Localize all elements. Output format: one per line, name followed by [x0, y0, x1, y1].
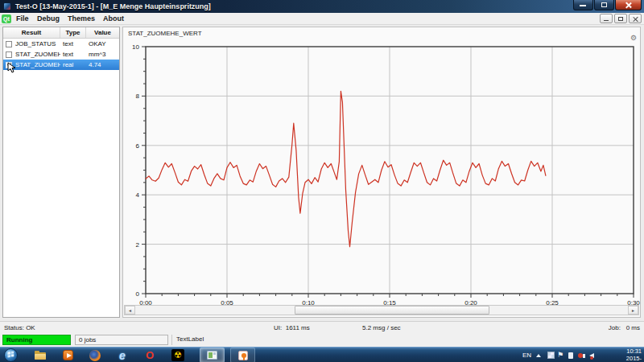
- mdi-minimize-button[interactable]: [600, 14, 613, 23]
- window-titlebar[interactable]: Test-O [13-May-2015-1] - [M_E Menge Haup…: [0, 0, 644, 13]
- chart-canvas[interactable]: 0:000:050:100:150:200:250:300246810: [123, 39, 640, 306]
- minimize-icon: [580, 5, 586, 6]
- taskbar-opera-button[interactable]: O: [138, 348, 161, 362]
- volume-icon[interactable]: [589, 353, 594, 358]
- scroll-left-icon[interactable]: ◄: [125, 306, 135, 315]
- taskbar: e O ☢ EN ⚑ 10:31 2015-06-05: [0, 347, 644, 362]
- cell-result: STAT_ZUOMEH...: [15, 49, 60, 60]
- ui-latency: UI: 1611 ms: [274, 324, 310, 331]
- jobs-counter: 0 jobs: [75, 335, 168, 345]
- column-header-value[interactable]: Value: [86, 27, 119, 38]
- taskbar-app-button[interactable]: [230, 348, 255, 362]
- text-label: TextLabel: [176, 335, 204, 343]
- table-row-selected[interactable]: STAT_ZUOMEH... real 4.74: [3, 60, 119, 70]
- chart-panel: STAT_ZUOMEHE_WERT ⚙ 0:000:050:100:150:20…: [122, 27, 641, 318]
- svg-text:10: 10: [132, 43, 139, 51]
- menubar: Qt File Debug Themes About: [0, 13, 644, 25]
- action-center-flag-icon[interactable]: ⚑: [557, 348, 564, 362]
- message-rate: 5.2 msg / sec: [362, 324, 401, 331]
- show-hidden-icons-icon[interactable]: [536, 354, 541, 357]
- windows-grid-tray-icon[interactable]: [548, 352, 554, 358]
- taskbar-explorer-button[interactable]: [29, 348, 52, 362]
- table-row[interactable]: STAT_ZUOMEH... text mm^3: [3, 49, 119, 60]
- windows-flag-icon: [5, 349, 17, 361]
- column-header-type[interactable]: Type: [60, 27, 86, 38]
- cell-result: STAT_ZUOMEH...: [15, 60, 60, 70]
- job-latency: Job: 0 ms: [609, 324, 640, 331]
- menu-themes[interactable]: Themes: [68, 13, 95, 25]
- svg-text:2: 2: [136, 241, 140, 249]
- mdi-restore-button[interactable]: [614, 14, 627, 23]
- menu-debug[interactable]: Debug: [37, 13, 60, 25]
- cell-result: JOB_STATUS: [15, 39, 60, 49]
- clock-date: 2015-06-05: [626, 356, 642, 362]
- start-button[interactable]: [4, 348, 18, 362]
- column-header-result[interactable]: Result: [3, 27, 60, 38]
- ui-value: 1611 ms: [286, 324, 310, 331]
- table-header-row: Result Type Value: [3, 27, 119, 39]
- maximize-button[interactable]: [594, 0, 614, 10]
- orange-app-icon: [238, 351, 248, 360]
- cell-value: mm^3: [86, 49, 119, 60]
- cell-type: real: [60, 60, 86, 70]
- job-label: Job:: [609, 324, 621, 331]
- results-table[interactable]: Result Type Value JOB_STATUS text OKAY S…: [2, 27, 120, 318]
- taskbar-firefox-button[interactable]: [84, 348, 106, 362]
- svg-text:0: 0: [136, 290, 140, 298]
- cell-value: 4.74: [86, 60, 119, 70]
- mdi-restore-icon: [618, 17, 623, 21]
- chart-title: STAT_ZUOMEHE_WERT: [128, 30, 202, 37]
- chart-hscrollbar[interactable]: ◄ ►: [124, 305, 639, 315]
- taskbar-ie-button[interactable]: e: [111, 348, 134, 362]
- maximize-icon: [601, 2, 607, 7]
- checkbox[interactable]: [6, 51, 12, 58]
- svg-text:8: 8: [136, 93, 140, 100]
- taskbar-mediaplayer-button[interactable]: [56, 348, 79, 362]
- minimize-button[interactable]: [573, 0, 593, 10]
- menu-about[interactable]: About: [103, 13, 124, 25]
- language-indicator[interactable]: EN: [522, 348, 531, 362]
- taskbar-active-window-button[interactable]: [200, 348, 225, 362]
- app-icon: [3, 2, 11, 10]
- menu-file[interactable]: File: [16, 13, 29, 25]
- folder-icon: [35, 351, 46, 360]
- radiation-icon: ☢: [171, 349, 184, 361]
- svg-text:4: 4: [136, 191, 140, 199]
- workspace: Result Type Value JOB_STATUS text OKAY S…: [0, 25, 644, 321]
- taskbar-radiation-button[interactable]: ☢: [165, 348, 191, 362]
- opera-icon: O: [146, 350, 154, 361]
- qt-logo-icon: Qt: [2, 14, 11, 23]
- document-tray-icon[interactable]: [568, 352, 573, 359]
- job-value: 0 ms: [626, 324, 640, 331]
- scrollbar-thumb[interactable]: [295, 306, 489, 315]
- desktop: Test-O [13-May-2015-1] - [M_E Menge Haup…: [0, 0, 644, 362]
- status-text: Status: OK: [4, 324, 35, 331]
- statusbar: Status: OK UI: 1611 ms 5.2 msg / sec Job…: [0, 321, 644, 347]
- mouse-cursor-icon: [7, 62, 16, 73]
- cell-type: text: [60, 49, 86, 60]
- mdi-minimize-icon: [604, 20, 609, 22]
- cell-type: text: [60, 39, 86, 49]
- media-player-icon: [63, 350, 73, 360]
- scroll-right-icon[interactable]: ►: [628, 306, 638, 315]
- window-title: Test-O [13-May-2015-1] - [M_E Menge Haup…: [15, 0, 211, 13]
- close-button[interactable]: [615, 0, 642, 10]
- clock[interactable]: 10:31 2015-06-05: [626, 348, 642, 362]
- app-window-icon: [207, 351, 217, 360]
- internet-explorer-icon: e: [119, 350, 126, 361]
- ui-label: UI:: [274, 324, 282, 331]
- close-icon: [616, 0, 641, 10]
- cell-value: OKAY: [86, 39, 119, 49]
- running-badge: Running: [2, 335, 71, 345]
- mdi-close-button[interactable]: [629, 14, 642, 23]
- firefox-icon: [89, 350, 101, 361]
- svg-text:6: 6: [136, 142, 140, 150]
- checkbox[interactable]: [6, 41, 12, 47]
- statusbar-divider: [171, 335, 172, 345]
- table-row[interactable]: JOB_STATUS text OKAY: [3, 39, 119, 49]
